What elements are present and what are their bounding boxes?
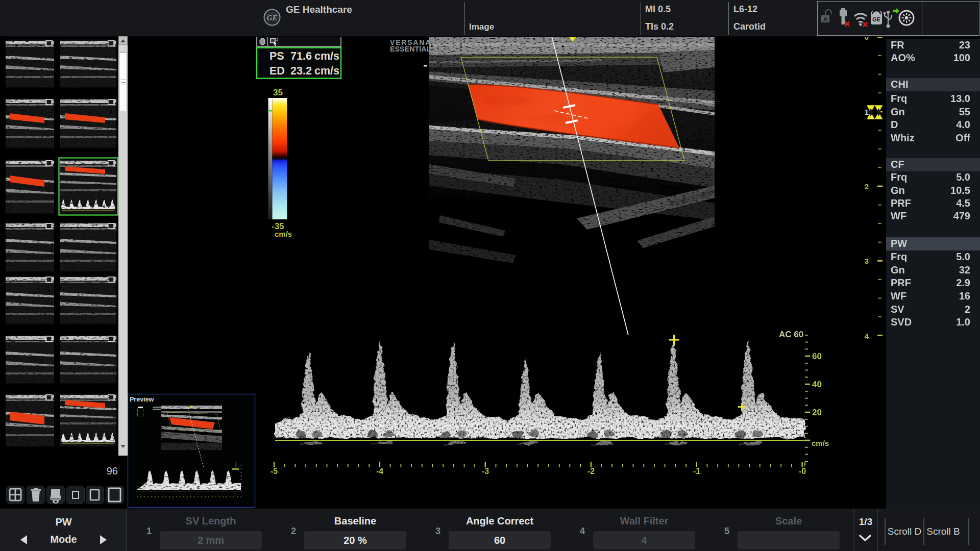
svg-text:-4: -4	[376, 467, 383, 475]
svg-text:cm/s: cm/s	[812, 439, 829, 447]
svg-text:23.2: 23.2	[290, 65, 312, 77]
svg-text:cm/s: cm/s	[275, 230, 292, 238]
svg-text:35: 35	[273, 88, 283, 97]
svg-text:71.6: 71.6	[290, 50, 312, 62]
svg-text:-1: -1	[693, 467, 700, 475]
svg-text:ESSENTIAL: ESSENTIAL	[390, 45, 431, 53]
svg-text:40: 40	[812, 380, 822, 389]
svg-text:2: 2	[865, 182, 869, 191]
svg-text:3: 3	[865, 257, 869, 265]
svg-text:A: A	[823, 16, 828, 23]
svg-text:cm/s: cm/s	[314, 50, 339, 62]
svg-text:20: 20	[812, 408, 822, 417]
svg-text:PS: PS	[270, 50, 284, 62]
svg-text:cm/s: cm/s	[314, 65, 339, 77]
svg-text:4: 4	[865, 332, 869, 340]
svg-text:2: 2	[276, 37, 279, 42]
svg-text:-5: -5	[271, 467, 278, 475]
svg-text:ED: ED	[270, 65, 285, 77]
svg-text:GE: GE	[267, 14, 278, 22]
svg-text:-3: -3	[482, 467, 489, 475]
svg-text:1: 1	[865, 108, 869, 116]
svg-text:60: 60	[812, 352, 822, 361]
svg-text:Preview: Preview	[130, 396, 154, 403]
svg-text:-0: -0	[799, 467, 806, 475]
svg-text:AC 60: AC 60	[779, 330, 803, 339]
svg-text:GE: GE	[872, 16, 880, 22]
svg-text:-2: -2	[587, 467, 595, 475]
